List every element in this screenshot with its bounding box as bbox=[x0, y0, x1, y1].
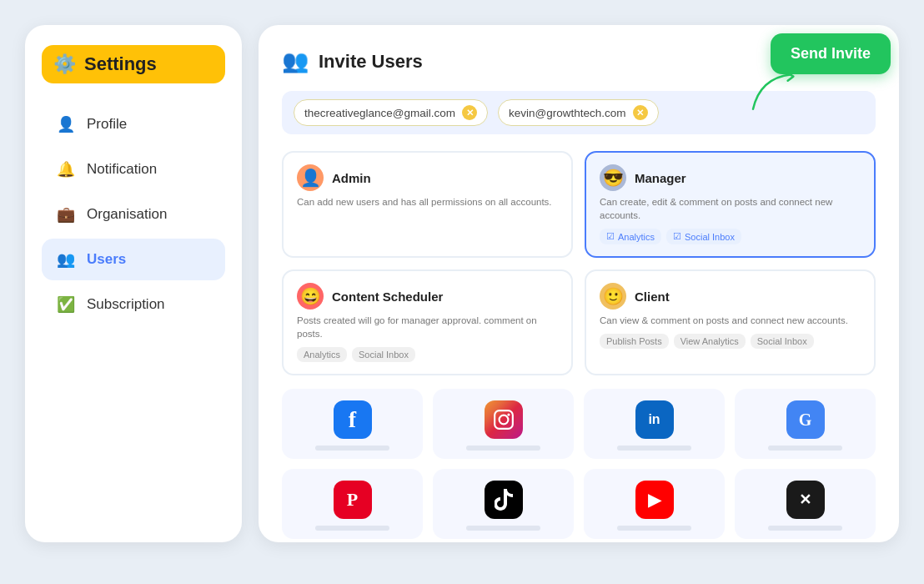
role-header-admin: 👤 Admin bbox=[297, 164, 558, 191]
role-header-manager: 😎 Manager bbox=[600, 164, 861, 191]
organisation-icon: 💼 bbox=[57, 205, 75, 224]
facebook-icon: f bbox=[334, 400, 372, 439]
pinterest-line bbox=[315, 526, 389, 531]
sidebar-item-notification[interactable]: 🔔 Notification bbox=[42, 149, 225, 190]
instagram-icon bbox=[485, 400, 523, 439]
sidebar-title: Settings bbox=[84, 53, 157, 75]
sidebar: ⚙️ Settings 👤 Profile 🔔 Notification 💼 O… bbox=[25, 25, 242, 542]
profile-icon: 👤 bbox=[57, 115, 75, 133]
role-card-admin[interactable]: 👤 Admin Can add new users and has all pe… bbox=[282, 151, 573, 258]
profile-label: Profile bbox=[87, 116, 127, 133]
tiktok-icon bbox=[485, 481, 523, 519]
twitter-icon: ✕ bbox=[786, 481, 825, 519]
email-tag-1: thecreativeglance@gmail.com ✕ bbox=[294, 99, 488, 126]
role-card-content-scheduler[interactable]: 😄 Content Scheduler Posts created will g… bbox=[282, 269, 573, 375]
email-tag-2: kevin@growthtech.com ✕ bbox=[498, 99, 659, 126]
client-badges: Publish Posts View Analytics Social Inbo… bbox=[600, 334, 861, 349]
twitter-line bbox=[768, 526, 842, 531]
google-line bbox=[768, 446, 842, 451]
admin-avatar: 👤 bbox=[297, 164, 324, 191]
tiktok-line bbox=[466, 526, 540, 531]
main-panel: Send Invite 👥 Invite Users thecreativegl… bbox=[259, 25, 899, 542]
role-card-manager[interactable]: 😎 Manager Can create, edit & comment on … bbox=[585, 151, 876, 258]
social-card-google[interactable]: G bbox=[735, 389, 876, 459]
manager-role-desc: Can create, edit & comment on posts and … bbox=[600, 195, 861, 222]
social-card-tiktok[interactable] bbox=[433, 469, 574, 539]
linkedin-line bbox=[617, 446, 691, 451]
subscription-label: Subscription bbox=[87, 296, 165, 313]
pinterest-icon: P bbox=[334, 481, 372, 519]
social-card-linkedin[interactable]: in bbox=[584, 389, 725, 459]
check-icon: ☑ bbox=[606, 231, 615, 242]
manager-badge-social: ☑ Social Inbox bbox=[666, 229, 741, 244]
social-card-youtube[interactable]: ▶ bbox=[584, 469, 725, 539]
invite-users-icon: 👥 bbox=[282, 48, 309, 74]
sidebar-item-users[interactable]: 👥 Users bbox=[42, 239, 225, 280]
facebook-line bbox=[315, 446, 389, 451]
remove-email-2[interactable]: ✕ bbox=[633, 105, 648, 120]
gear-icon: ⚙️ bbox=[53, 53, 76, 75]
youtube-icon: ▶ bbox=[635, 481, 674, 519]
sidebar-item-profile[interactable]: 👤 Profile bbox=[42, 103, 225, 145]
scheduler-avatar: 😄 bbox=[297, 283, 324, 310]
email-value-2: kevin@growthtech.com bbox=[509, 107, 626, 119]
role-header-scheduler: 😄 Content Scheduler bbox=[297, 283, 558, 310]
social-card-twitter[interactable]: ✕ bbox=[735, 469, 876, 539]
admin-role-desc: Can add new users and has all permission… bbox=[297, 195, 558, 209]
client-avatar: 🙂 bbox=[600, 283, 626, 310]
google-icon: G bbox=[786, 400, 825, 439]
send-invite-button[interactable]: Send Invite bbox=[771, 33, 891, 74]
client-badge-publish: Publish Posts bbox=[600, 334, 669, 349]
notification-icon: 🔔 bbox=[57, 160, 75, 179]
organisation-label: Organisation bbox=[87, 206, 167, 223]
client-badge-analytics: View Analytics bbox=[674, 334, 746, 349]
client-role-desc: Can view & comment on posts and connect … bbox=[600, 314, 861, 327]
scheduler-badge-social: Social Inbox bbox=[352, 347, 415, 362]
admin-role-name: Admin bbox=[332, 171, 371, 185]
scheduler-badges: Analytics Social Inbox bbox=[297, 347, 558, 362]
social-grid: f in G bbox=[282, 389, 876, 539]
svg-rect-0 bbox=[495, 411, 513, 430]
manager-badges: ☑ Analytics ☑ Social Inbox bbox=[600, 229, 861, 244]
linkedin-icon: in bbox=[635, 400, 674, 439]
social-card-pinterest[interactable]: P bbox=[282, 469, 423, 539]
email-value-1: thecreativeglance@gmail.com bbox=[304, 107, 455, 119]
sidebar-header: ⚙️ Settings bbox=[42, 45, 225, 83]
notification-label: Notification bbox=[87, 161, 157, 178]
youtube-line bbox=[617, 526, 691, 531]
role-header-client: 🙂 Client bbox=[600, 283, 861, 310]
scheduler-role-desc: Posts created will go for manager approv… bbox=[297, 314, 558, 340]
subscription-icon: ✅ bbox=[57, 295, 75, 314]
sidebar-item-subscription[interactable]: ✅ Subscription bbox=[42, 284, 225, 325]
role-card-client[interactable]: 🙂 Client Can view & comment on posts and… bbox=[585, 269, 876, 375]
check-icon-2: ☑ bbox=[673, 231, 681, 242]
scheduler-role-name: Content Scheduler bbox=[332, 289, 443, 304]
scheduler-badge-analytics: Analytics bbox=[297, 347, 347, 362]
manager-role-name: Manager bbox=[635, 171, 686, 185]
roles-grid: 👤 Admin Can add new users and has all pe… bbox=[282, 151, 876, 375]
manager-badge-analytics: ☑ Analytics bbox=[600, 229, 661, 244]
client-role-name: Client bbox=[635, 289, 670, 304]
remove-email-1[interactable]: ✕ bbox=[462, 105, 477, 120]
svg-point-2 bbox=[507, 414, 510, 416]
instagram-line bbox=[466, 446, 540, 451]
arrow-decoration bbox=[745, 71, 803, 113]
users-icon: 👥 bbox=[57, 250, 75, 269]
panel-title: Invite Users bbox=[319, 51, 423, 73]
client-badge-social: Social Inbox bbox=[751, 334, 814, 349]
svg-point-1 bbox=[499, 415, 508, 425]
sidebar-item-organisation[interactable]: 💼 Organisation bbox=[42, 194, 225, 235]
manager-avatar: 😎 bbox=[600, 164, 626, 191]
users-label: Users bbox=[87, 251, 126, 268]
social-card-instagram[interactable] bbox=[433, 389, 574, 459]
app-container: ⚙️ Settings 👤 Profile 🔔 Notification 💼 O… bbox=[0, 0, 924, 584]
social-card-facebook[interactable]: f bbox=[282, 389, 423, 459]
